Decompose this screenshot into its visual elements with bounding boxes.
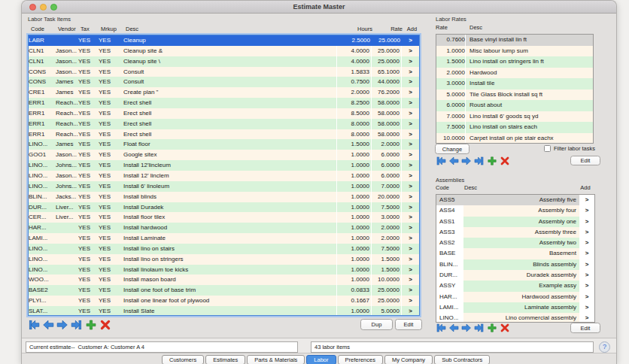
tab-customers[interactable]: Customers [162, 355, 204, 364]
add-task-button[interactable]: > [402, 265, 419, 275]
assemblies-previous-record-button[interactable] [448, 323, 459, 333]
add-task-button[interactable]: > [402, 171, 419, 181]
add-task-button[interactable]: > [402, 129, 419, 140]
add-task-button[interactable]: > [402, 119, 419, 129]
labor-task-row[interactable]: CRE1JamesYESYESCreate plan "2.000076.200… [29, 87, 419, 98]
tab-preferences[interactable]: Preferences [338, 355, 383, 364]
add-task-button[interactable]: > [402, 108, 419, 119]
labor-tasks-previous-record-button[interactable] [42, 319, 54, 331]
add-assembly-button[interactable]: > [579, 238, 594, 248]
add-task-button[interactable]: > [402, 56, 419, 67]
labor-task-row[interactable]: SLAT...YESYESInstall Slate1.00005.0000> [29, 306, 419, 316]
labor-rate-row[interactable]: 0.7600Base vinyl install lin ft [436, 35, 593, 46]
labor-task-row[interactable]: CONSJamesYESYESConsult0.750044.0000> [29, 77, 419, 87]
labor-task-row[interactable]: ERR1Reach...YESYESErect shell8.000058.00… [29, 119, 419, 129]
labor-task-row[interactable]: DUR...Liver...YESYESInstall Duradek1.000… [29, 202, 419, 213]
add-task-button[interactable]: > [402, 244, 419, 254]
add-task-button[interactable]: > [402, 77, 419, 87]
filter-labor-tasks-checkbox[interactable] [544, 145, 551, 152]
labor-task-row[interactable]: ERR1Reach...YESYESErect shell8.000058.00… [29, 129, 419, 140]
assemblies-delete-record-button[interactable] [500, 323, 510, 333]
assembly-row[interactable]: ASS3Assembly three> [436, 227, 594, 238]
labor-task-row[interactable]: GOO1Jason...YESYESGoogle sitex1.00006.00… [29, 150, 419, 160]
assembly-row[interactable]: BASEBasement> [436, 248, 594, 259]
labor-task-row[interactable]: LINO...YESYESInstall lino on stairs1.000… [29, 244, 419, 254]
labor-task-row[interactable]: WOO...YESYESInstall mason board1.000010.… [29, 275, 419, 285]
labor-rate-row[interactable]: 10.0000Carpet install on pie stair eachx [436, 133, 593, 144]
labor-task-row[interactable]: LAMI...YESYESInstall Laminate1.00002.000… [29, 233, 419, 244]
labor-task-row[interactable]: LINO...YESYESInstall linolaum toe kicks1… [29, 265, 419, 275]
add-assembly-button[interactable]: > [579, 259, 594, 270]
labor-task-row[interactable]: PLYI...YESYESInstall one linear foot of … [29, 296, 419, 306]
add-task-button[interactable]: > [402, 139, 419, 150]
zoom-window-button[interactable] [50, 4, 57, 11]
add-task-button[interactable]: > [402, 233, 419, 244]
add-task-button[interactable]: > [402, 46, 419, 56]
add-task-button[interactable]: > [402, 254, 419, 265]
assembly-row[interactable]: ASS4Assembly four> [436, 205, 594, 216]
add-task-button[interactable]: > [402, 150, 419, 160]
labor-tasks-delete-record-button[interactable] [99, 319, 111, 331]
add-task-button[interactable]: > [402, 35, 419, 46]
tab-parts-materials[interactable]: Parts & Materials [247, 355, 305, 364]
assembly-row[interactable]: ASSYExample assy> [436, 281, 594, 291]
add-assembly-button[interactable]: > [579, 248, 594, 259]
labor-tasks-last-record-button[interactable] [71, 319, 83, 331]
labor-task-row[interactable]: BASE2YESYESInstall one foot of base trim… [29, 285, 419, 296]
add-assembly-button[interactable]: > [579, 195, 594, 205]
assemblies-table[interactable]: ASS5Assembly five>ASS4Assembly four>ASS1… [436, 194, 595, 323]
tab-estimates[interactable]: Estimates [205, 355, 245, 364]
labor-task-row[interactable]: LINO...YESYESInstall lino on stringers1.… [29, 254, 419, 265]
labor-task-row[interactable]: CLN1Jason...YESYESCleanup site \4.000025… [29, 56, 419, 67]
assemblies-last-record-button[interactable] [474, 323, 485, 333]
add-task-button[interactable]: > [402, 202, 419, 213]
labor-rates-first-record-button[interactable] [436, 156, 446, 166]
labor-rates-add-record-button[interactable] [487, 156, 497, 166]
labor-rate-row[interactable]: 6.0000Roust about [436, 100, 593, 111]
labor-task-row[interactable]: CLN1Jason...YESYESCleanup site &4.000025… [29, 46, 419, 56]
add-assembly-button[interactable]: > [579, 302, 594, 313]
add-assembly-button[interactable]: > [579, 313, 594, 323]
add-task-button[interactable]: > [402, 275, 419, 285]
add-assembly-button[interactable]: > [579, 292, 594, 302]
assembly-row[interactable]: DUR...Duradek assembly> [436, 270, 594, 281]
labor-rate-row[interactable]: 1.0000Misc labour lump sum [436, 46, 593, 57]
add-task-button[interactable]: > [402, 160, 419, 171]
assembly-row[interactable]: LINO...Lino commercial assembly> [436, 313, 594, 323]
labor-items-count-field[interactable]: 43 labor items [311, 341, 594, 353]
assembly-row[interactable]: HAR...Hardwood assembly> [436, 292, 594, 302]
labor-tasks-first-record-button[interactable] [28, 319, 40, 331]
add-task-button[interactable]: > [402, 223, 419, 233]
close-window-button[interactable] [29, 4, 36, 11]
tab-sub-contractors[interactable]: Sub Contractors [434, 355, 490, 364]
labor-task-row[interactable]: HAR...YESYESInstall hardwood1.00002.0000… [29, 223, 419, 233]
current-estimate-field[interactable]: Current estimate-- Customer A: Customer … [26, 341, 298, 353]
assembly-row[interactable]: LAMI...Laminate assembly> [436, 302, 594, 313]
add-task-button[interactable]: > [402, 67, 419, 77]
tab-labor[interactable]: Labor [306, 355, 336, 364]
add-task-button[interactable]: > [402, 87, 419, 98]
minimize-window-button[interactable] [40, 4, 47, 11]
labor-rates-edit-button[interactable]: Edit [570, 156, 600, 165]
tab-my-company[interactable]: My Company [384, 355, 433, 364]
labor-tasks-next-record-button[interactable] [56, 319, 68, 331]
labor-rate-row[interactable]: 7.5000Lino install on stairs each [436, 122, 593, 133]
assembly-row[interactable]: ASS1Assembly one> [436, 217, 594, 227]
labor-task-row[interactable]: LINO...Johns...YESYESInstall 12'lincleum… [29, 160, 419, 171]
dup-button[interactable]: Dup [360, 319, 393, 330]
labor-rate-row[interactable]: 5.0000Tile Glass Block install sq ft [436, 89, 593, 101]
add-task-button[interactable]: > [402, 181, 419, 192]
assemblies-next-record-button[interactable] [461, 323, 472, 333]
help-button[interactable]: ? [599, 341, 610, 353]
assemblies-add-record-button[interactable] [487, 323, 497, 333]
labor-rate-row[interactable]: 7.0000Lino install 6' goods sq yd [436, 111, 593, 123]
labor-task-row[interactable]: LINO...JamesYESYESFloat floor1.50002.000… [29, 139, 419, 150]
labor-rate-row[interactable]: 2.0000Hardwood [436, 68, 593, 79]
labor-task-row[interactable]: BLIN...Jacks...YESYESInstall blinds1.000… [29, 192, 419, 202]
add-task-button[interactable]: > [402, 296, 419, 306]
labor-rates-last-record-button[interactable] [474, 156, 485, 166]
add-task-button[interactable]: > [402, 212, 419, 223]
add-task-button[interactable]: > [402, 192, 419, 202]
labor-task-row[interactable]: ERR1Reach...YESYESErect shell8.500058.00… [29, 108, 419, 119]
labor-rate-row[interactable]: 3.0000Install tile [436, 78, 593, 89]
